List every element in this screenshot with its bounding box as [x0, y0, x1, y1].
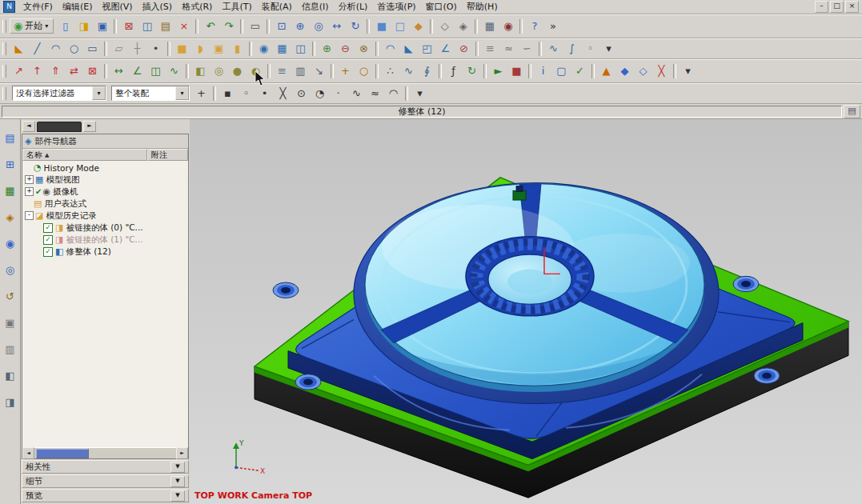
boundary-button[interactable]: ▢ [552, 62, 571, 80]
part-navigator-button[interactable]: ▦ [1, 182, 19, 199]
revolve-button[interactable]: ◗ [191, 40, 210, 58]
tangent-point-button[interactable]: ◠ [384, 85, 403, 102]
pull-face-button[interactable]: ↑ [28, 62, 46, 80]
pattern-feature-button[interactable]: ▦ [273, 40, 291, 58]
window-menu-button[interactable]: ▦ [480, 18, 499, 35]
expand-toggle[interactable]: + [25, 175, 34, 184]
move-to-layer-button[interactable]: ↘ [310, 62, 328, 80]
zoom-in-out-button[interactable]: ⊕ [291, 18, 309, 35]
toolbar-grip[interactable] [2, 87, 6, 100]
direct-sketch-button[interactable]: ◣ [10, 40, 28, 58]
save-button[interactable]: ▣ [93, 18, 111, 35]
customize-button[interactable]: ▾ [679, 62, 697, 80]
section-analysis-button[interactable]: ◫ [146, 62, 165, 80]
tube-button[interactable]: ◦ [581, 40, 599, 58]
invert-shown-button[interactable]: ◐ [247, 62, 265, 80]
copy-button[interactable]: ◫ [138, 18, 156, 35]
expression-button[interactable]: ƒ [444, 62, 463, 80]
swept-button[interactable]: ∫ [563, 40, 581, 58]
datum-plane-button[interactable]: ▱ [110, 40, 128, 58]
toolbar-grip[interactable] [2, 65, 6, 78]
scrollbar-track[interactable] [34, 448, 176, 458]
close-button[interactable]: × [845, 1, 859, 13]
status-bar-icon[interactable]: ▤ [844, 105, 860, 118]
scroll-left-icon[interactable]: ◄ [22, 447, 34, 459]
extrude-button[interactable]: ■ [173, 40, 191, 58]
hd3d-tools-button[interactable]: ◉ [1, 234, 19, 252]
existing-point-button[interactable]: · [329, 85, 347, 102]
isometric-view-button[interactable]: ◇ [435, 18, 454, 35]
studio-render-button[interactable]: ◆ [409, 18, 427, 35]
core-button[interactable]: ◆ [615, 62, 634, 80]
column-header-comment[interactable]: 附注 [147, 149, 188, 161]
visible-in-view-button[interactable]: ▥ [291, 62, 310, 80]
snap-options-button[interactable]: ▾ [411, 85, 429, 102]
measure-distance-button[interactable]: ↔ [110, 62, 128, 80]
menu-preferences[interactable]: 首选项(P) [372, 0, 420, 14]
zoom-window-button[interactable]: ◎ [309, 18, 327, 35]
history-palette-button[interactable]: ↺ [1, 287, 19, 305]
snap-point-button[interactable]: + [192, 85, 210, 102]
manage-palette-button[interactable]: ▥ [1, 340, 19, 358]
menu-help[interactable]: 帮助(H) [462, 0, 503, 14]
chamfer-button[interactable]: ◣ [399, 40, 418, 58]
draft-button[interactable]: ∠ [436, 40, 455, 58]
more-features-button[interactable]: ▾ [599, 40, 618, 58]
panel-bar-details[interactable]: 细节▼ [22, 474, 189, 488]
feature-checkbox[interactable]: ✓ [43, 223, 53, 233]
pan-button[interactable]: ↔ [327, 18, 346, 35]
chevron-down-icon[interactable]: ▾ [92, 86, 106, 100]
expand-toggle[interactable]: - [25, 211, 34, 220]
help-button[interactable]: ? [525, 18, 543, 35]
move-face-button[interactable]: ↗ [10, 62, 28, 80]
datum-axis-button[interactable]: ┼ [128, 40, 146, 58]
block-button[interactable]: ▣ [210, 40, 228, 58]
toolbar-grip[interactable] [2, 20, 6, 33]
toolbar-options-button[interactable]: » [543, 18, 562, 35]
delete-button[interactable]: × [174, 18, 193, 35]
menu-file[interactable]: 文件(F) [18, 0, 58, 14]
new-file-button[interactable]: ▯ [56, 18, 74, 35]
menu-window[interactable]: 窗口(O) [421, 0, 462, 14]
tab-back-button[interactable]: ◄ [22, 121, 35, 132]
maximize-button[interactable]: □ [830, 1, 844, 13]
tree-item-trim-body-12[interactable]: ✓◧修整体 (12) [22, 246, 188, 258]
tree-item-linked-body-0[interactable]: ✓◨被链接的体 (0) "C... [22, 222, 188, 234]
assembly-scope-combo[interactable]: 整个装配 ▾ [111, 86, 190, 101]
cavity-button[interactable]: ◇ [634, 62, 652, 80]
immediate-hide-button[interactable]: ● [228, 62, 247, 80]
graphics-viewport[interactable]: Y X TOP WORK Camera TOP [190, 119, 862, 504]
system-materials-button[interactable]: ◨ [1, 393, 19, 410]
point-on-curve-button[interactable]: ∿ [347, 85, 366, 102]
point-set-button[interactable]: ∴ [381, 62, 399, 80]
constraint-navigator-button[interactable]: ⊞ [1, 155, 19, 173]
navigator-tab-handle[interactable] [37, 122, 82, 132]
circle-button[interactable]: ○ [65, 40, 83, 58]
reuse-library-button[interactable]: ◈ [1, 208, 19, 226]
offset-surface-button[interactable]: ∽ [518, 40, 536, 58]
offset-region-button[interactable]: ⇑ [46, 62, 65, 80]
sketch-curve-button[interactable]: ╱ [28, 40, 46, 58]
end-point-button[interactable]: ▪ [219, 85, 237, 102]
print-button[interactable]: ▭ [246, 18, 264, 35]
scrollbar-thumb[interactable] [36, 449, 89, 458]
menu-tools[interactable]: 工具(T) [217, 0, 256, 14]
expand-toggle[interactable]: + [25, 187, 34, 196]
minimize-button[interactable]: – [815, 1, 828, 13]
edge-blend-button[interactable]: ◠ [381, 40, 399, 58]
feature-checkbox[interactable]: ✓ [43, 235, 53, 245]
update-model-button[interactable]: ↻ [463, 62, 481, 80]
wireframe-button[interactable]: □ [391, 18, 409, 35]
replace-face-button[interactable]: ⇄ [65, 62, 83, 80]
mid-point-button[interactable]: ◦ [237, 85, 255, 102]
mold-wizard-button[interactable]: ▲ [597, 62, 615, 80]
tree-item-history-mode[interactable]: ◔History Mode [22, 162, 188, 174]
menu-format[interactable]: 格式(R) [177, 0, 217, 14]
helix-button[interactable]: ∮ [418, 62, 436, 80]
control-point-button[interactable]: • [255, 85, 274, 102]
through-curves-button[interactable]: ∿ [544, 40, 563, 58]
menu-edit[interactable]: 编辑(E) [58, 0, 98, 14]
3d-scene[interactable]: Y X [190, 119, 862, 504]
trimetric-view-button[interactable]: ◈ [454, 18, 472, 35]
horizontal-scrollbar[interactable]: ◄ ► [22, 447, 188, 458]
